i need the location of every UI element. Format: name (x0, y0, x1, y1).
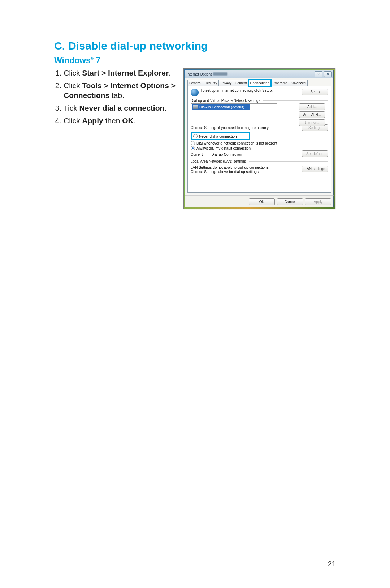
instructions-column: Click Start > Internet Explorer. Click T… (54, 68, 177, 128)
apply-button[interactable]: Apply (305, 198, 331, 205)
tab-security[interactable]: Security (203, 80, 219, 86)
lan-legend: Local Area Network (LAN) settings (191, 157, 328, 164)
step-2: Click Tools > Internet Options > Connect… (64, 81, 177, 100)
add-vpn-button[interactable]: Add VPN... (299, 111, 325, 118)
dialog-body: General Security Privacy Content Connect… (185, 78, 334, 195)
radio-icon (191, 141, 195, 145)
internet-options-screenshot: Internet Options ? ✕ General Security Pr… (183, 68, 335, 209)
page-rule (54, 555, 336, 555)
subheading-prefix: Windows (54, 56, 91, 65)
globe-icon (191, 89, 199, 96)
section-heading: C. Disable dial-up networking (54, 40, 336, 52)
tab-advanced[interactable]: Advanced (289, 80, 308, 86)
lan-settings-button[interactable]: LAN settings (302, 166, 328, 172)
step-4: Click Apply then OK. (64, 116, 177, 126)
tab-privacy[interactable]: Privacy (218, 80, 233, 86)
internet-options-window: Internet Options ? ✕ General Security Pr… (185, 70, 334, 207)
dialup-item[interactable]: Dial-up Connection (default) (192, 104, 250, 110)
setup-button[interactable]: Setup (302, 89, 328, 95)
tab-general[interactable]: General (187, 80, 203, 86)
radio-always-dial[interactable]: Always dial my default connection (191, 146, 328, 150)
modem-icon (193, 105, 198, 109)
dialup-listbox[interactable]: Dial-up Connection (default) (191, 103, 277, 123)
remove-button[interactable]: Remove... (299, 119, 325, 126)
set-default-button[interactable]: Set default (302, 150, 328, 157)
window-titlebar: Internet Options ? ✕ (185, 70, 334, 78)
dialog-footer: OK Cancel Apply (185, 195, 334, 207)
tab-strip: General Security Privacy Content Connect… (187, 80, 331, 86)
help-button[interactable]: ? (315, 71, 322, 77)
radio-never-dial[interactable]: Never dial a connection (193, 134, 247, 138)
page-number: 21 (328, 560, 336, 568)
connections-pane: To set up an Internet connection, click … (187, 86, 331, 193)
step-1: Click Start > Internet Explorer. (64, 68, 177, 78)
window-title: Internet Options (187, 72, 313, 76)
step-3: Tick Never dial a connection. (64, 103, 177, 113)
cancel-button[interactable]: Cancel (277, 198, 303, 205)
close-button[interactable]: ✕ (324, 71, 332, 77)
current-connection-row: Current Dial-up Connection (191, 153, 242, 156)
dialup-legend: Dial-up and Virtual Private Network sett… (191, 96, 328, 103)
subheading-suffix: 7 (94, 56, 100, 65)
radio-icon (191, 146, 195, 150)
setup-text: To set up an Internet connection, click … (201, 89, 299, 93)
add-button[interactable]: Add... (299, 103, 325, 110)
ok-button[interactable]: OK (249, 198, 275, 205)
tab-connections[interactable]: Connections (248, 80, 271, 86)
lan-text: LAN Settings do not apply to dial-up con… (191, 166, 274, 174)
steps-list: Click Start > Internet Explorer. Click T… (54, 68, 177, 125)
current-label: Current (191, 153, 203, 156)
radio-icon (193, 134, 198, 138)
never-dial-highlight: Never dial a connection (191, 132, 250, 140)
proxy-text: Choose Settings if you need to configure… (191, 126, 269, 130)
tab-content[interactable]: Content (233, 80, 248, 86)
sub-heading: Windows® 7 (54, 56, 336, 65)
tab-programs[interactable]: Programs (270, 80, 289, 86)
radio-dial-whenever[interactable]: Dial whenever a network connection is no… (191, 141, 328, 145)
registered-mark: ® (91, 56, 94, 61)
current-value: Dial-up Connection (211, 153, 242, 156)
